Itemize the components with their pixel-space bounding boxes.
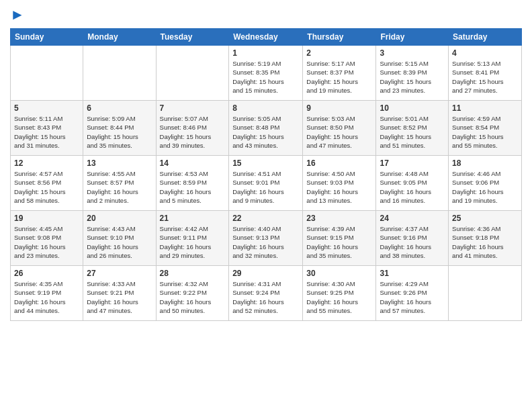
calendar-header-monday: Monday [83,29,156,46]
day-number: 10 [380,103,445,113]
day-number: 22 [232,214,299,223]
calendar-cell: 20Sunrise: 4:43 AM Sunset: 9:10 PM Dayli… [83,211,156,266]
day-info: Sunrise: 4:31 AM Sunset: 9:24 PM Dayligh… [232,279,299,315]
day-number: 24 [380,214,445,223]
day-number: 15 [232,158,299,168]
calendar-cell: 30Sunrise: 4:30 AM Sunset: 9:25 PM Dayli… [303,266,376,321]
calendar-cell: 16Sunrise: 4:50 AM Sunset: 9:03 PM Dayli… [303,156,376,211]
calendar-cell: 8Sunrise: 5:05 AM Sunset: 8:48 PM Daylig… [229,101,303,156]
day-info: Sunrise: 5:17 AM Sunset: 8:37 PM Dayligh… [306,59,372,95]
calendar-cell: 11Sunrise: 4:59 AM Sunset: 8:54 PM Dayli… [449,101,522,156]
calendar-header-thursday: Thursday [303,29,376,46]
calendar-cell: 31Sunrise: 4:29 AM Sunset: 9:26 PM Dayli… [376,266,449,321]
calendar-cell: 13Sunrise: 4:55 AM Sunset: 8:57 PM Dayli… [83,156,156,211]
calendar-cell: 29Sunrise: 4:31 AM Sunset: 9:24 PM Dayli… [229,266,303,321]
calendar-cell [449,266,522,321]
calendar-cell: 6Sunrise: 5:09 AM Sunset: 8:44 PM Daylig… [83,101,156,156]
calendar-cell: 3Sunrise: 5:15 AM Sunset: 8:39 PM Daylig… [376,46,449,101]
day-info: Sunrise: 4:33 AM Sunset: 9:21 PM Dayligh… [87,279,152,315]
day-number: 29 [232,269,299,278]
day-number: 5 [14,103,79,113]
day-number: 7 [160,103,226,113]
calendar-header-row: SundayMondayTuesdayWednesdayThursdayFrid… [11,29,522,46]
day-info: Sunrise: 4:30 AM Sunset: 9:25 PM Dayligh… [306,279,372,315]
calendar-cell: 2Sunrise: 5:17 AM Sunset: 8:37 PM Daylig… [303,46,376,101]
calendar-cell: 19Sunrise: 4:45 AM Sunset: 9:08 PM Dayli… [11,211,83,266]
calendar-cell: 5Sunrise: 5:11 AM Sunset: 8:43 PM Daylig… [11,101,83,156]
calendar-cell: 9Sunrise: 5:03 AM Sunset: 8:50 PM Daylig… [303,101,376,156]
day-number: 27 [87,269,152,278]
day-number: 1 [232,48,299,58]
calendar-cell [11,46,83,101]
day-info: Sunrise: 4:55 AM Sunset: 8:57 PM Dayligh… [87,169,152,205]
calendar-cell: 23Sunrise: 4:39 AM Sunset: 9:15 PM Dayli… [303,211,376,266]
calendar-cell: 17Sunrise: 4:48 AM Sunset: 9:05 PM Dayli… [376,156,449,211]
day-info: Sunrise: 4:29 AM Sunset: 9:26 PM Dayligh… [380,279,445,315]
day-number: 12 [14,158,79,168]
calendar-cell: 18Sunrise: 4:46 AM Sunset: 9:06 PM Dayli… [449,156,522,211]
calendar-cell: 25Sunrise: 4:36 AM Sunset: 9:18 PM Dayli… [449,211,522,266]
day-info: Sunrise: 5:19 AM Sunset: 8:35 PM Dayligh… [232,59,299,95]
day-info: Sunrise: 4:51 AM Sunset: 9:01 PM Dayligh… [232,169,299,205]
day-info: Sunrise: 4:46 AM Sunset: 9:06 PM Dayligh… [452,169,518,205]
calendar-header-saturday: Saturday [449,29,522,46]
calendar-cell: 15Sunrise: 4:51 AM Sunset: 9:01 PM Dayli… [229,156,303,211]
calendar-week-2: 5Sunrise: 5:11 AM Sunset: 8:43 PM Daylig… [11,101,522,156]
day-number: 31 [380,269,445,278]
calendar-cell: 28Sunrise: 4:32 AM Sunset: 9:22 PM Dayli… [156,266,229,321]
calendar-header-friday: Friday [376,29,449,46]
day-number: 13 [87,158,152,168]
calendar-cell: 26Sunrise: 4:35 AM Sunset: 9:19 PM Dayli… [11,266,83,321]
day-number: 6 [87,103,152,113]
day-info: Sunrise: 5:01 AM Sunset: 8:52 PM Dayligh… [380,114,445,150]
calendar-cell: 27Sunrise: 4:33 AM Sunset: 9:21 PM Dayli… [83,266,156,321]
calendar-cell [156,46,229,101]
day-number: 19 [14,214,79,223]
calendar-header-sunday: Sunday [11,29,83,46]
calendar-cell: 24Sunrise: 4:37 AM Sunset: 9:16 PM Dayli… [376,211,449,266]
day-number: 14 [160,158,226,168]
day-number: 23 [306,214,372,223]
day-info: Sunrise: 5:03 AM Sunset: 8:50 PM Dayligh… [306,114,372,150]
calendar: SundayMondayTuesdayWednesdayThursdayFrid… [10,28,522,321]
day-number: 2 [306,48,372,58]
day-number: 20 [87,214,152,223]
day-info: Sunrise: 5:07 AM Sunset: 8:46 PM Dayligh… [160,114,226,150]
day-info: Sunrise: 4:42 AM Sunset: 9:11 PM Dayligh… [160,224,226,260]
day-info: Sunrise: 5:11 AM Sunset: 8:43 PM Dayligh… [14,114,79,150]
day-info: Sunrise: 5:09 AM Sunset: 8:44 PM Dayligh… [87,114,152,150]
day-number: 25 [452,214,518,223]
day-info: Sunrise: 5:15 AM Sunset: 8:39 PM Dayligh… [380,59,445,95]
day-info: Sunrise: 4:32 AM Sunset: 9:22 PM Dayligh… [160,279,226,315]
day-info: Sunrise: 4:37 AM Sunset: 9:16 PM Dayligh… [380,224,445,260]
day-number: 26 [14,269,79,278]
day-info: Sunrise: 4:43 AM Sunset: 9:10 PM Dayligh… [87,224,152,260]
day-info: Sunrise: 4:53 AM Sunset: 8:59 PM Dayligh… [160,169,226,205]
calendar-week-3: 12Sunrise: 4:57 AM Sunset: 8:56 PM Dayli… [11,156,522,211]
calendar-week-4: 19Sunrise: 4:45 AM Sunset: 9:08 PM Dayli… [11,211,522,266]
day-info: Sunrise: 4:48 AM Sunset: 9:05 PM Dayligh… [380,169,445,205]
day-info: Sunrise: 5:05 AM Sunset: 8:48 PM Dayligh… [232,114,299,150]
calendar-cell: 12Sunrise: 4:57 AM Sunset: 8:56 PM Dayli… [11,156,83,211]
day-info: Sunrise: 4:39 AM Sunset: 9:15 PM Dayligh… [306,224,372,260]
day-info: Sunrise: 4:45 AM Sunset: 9:08 PM Dayligh… [14,224,79,260]
day-number: 18 [452,158,518,168]
day-info: Sunrise: 4:50 AM Sunset: 9:03 PM Dayligh… [306,169,372,205]
calendar-cell [83,46,156,101]
calendar-cell: 21Sunrise: 4:42 AM Sunset: 9:11 PM Dayli… [156,211,229,266]
header: ► [10,7,522,23]
calendar-header-tuesday: Tuesday [156,29,229,46]
day-number: 4 [452,48,518,58]
calendar-week-5: 26Sunrise: 4:35 AM Sunset: 9:19 PM Dayli… [11,266,522,321]
calendar-cell: 22Sunrise: 4:40 AM Sunset: 9:13 PM Dayli… [229,211,303,266]
calendar-header-wednesday: Wednesday [229,29,303,46]
day-number: 28 [160,269,226,278]
calendar-cell: 10Sunrise: 5:01 AM Sunset: 8:52 PM Dayli… [376,101,449,156]
calendar-cell: 14Sunrise: 4:53 AM Sunset: 8:59 PM Dayli… [156,156,229,211]
day-info: Sunrise: 4:35 AM Sunset: 9:19 PM Dayligh… [14,279,79,315]
day-number: 16 [306,158,372,168]
day-number: 3 [380,48,445,58]
logo: ► [10,7,25,23]
day-info: Sunrise: 4:57 AM Sunset: 8:56 PM Dayligh… [14,169,79,205]
calendar-cell: 1Sunrise: 5:19 AM Sunset: 8:35 PM Daylig… [229,46,303,101]
